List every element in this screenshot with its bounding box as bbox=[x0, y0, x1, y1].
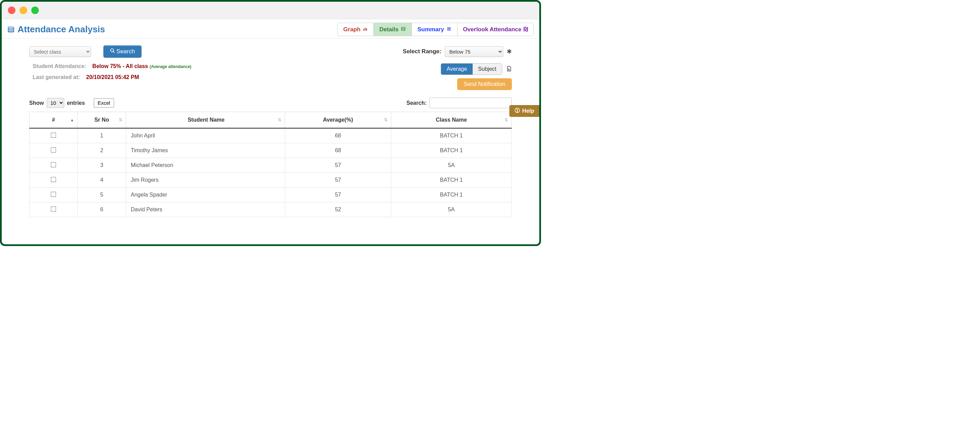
attendance-table: # Sr No Student Name Average(%) Class Na… bbox=[29, 112, 512, 217]
cell-name: Angela Spader bbox=[126, 188, 285, 202]
col-header-class[interactable]: Class Name bbox=[391, 112, 511, 129]
send-notification-button[interactable]: Send Notification bbox=[457, 78, 512, 90]
cell-sr: 2 bbox=[78, 143, 126, 158]
cell-avg: 57 bbox=[285, 158, 391, 173]
svg-rect-7 bbox=[402, 27, 405, 30]
excel-icon bbox=[506, 68, 512, 73]
tab-details[interactable]: Details bbox=[373, 23, 412, 36]
cell-class: 5A bbox=[391, 202, 511, 217]
view-tabs: Graph Details Summary bbox=[337, 23, 534, 36]
cell-name: Michael Peterson bbox=[126, 158, 285, 173]
row-checkbox[interactable] bbox=[51, 133, 56, 138]
cell-sr: 5 bbox=[78, 188, 126, 202]
table-row: 6David Peters525A bbox=[30, 202, 512, 217]
search-button-label: Search bbox=[116, 48, 135, 55]
export-excel-button[interactable] bbox=[506, 65, 512, 73]
window-close-icon[interactable] bbox=[8, 6, 16, 14]
cell-class: BATCH 1 bbox=[391, 143, 511, 158]
shekel-icon: ₪ bbox=[523, 26, 528, 33]
row-checkbox[interactable] bbox=[51, 162, 56, 168]
attendance-label: Student Attendance: bbox=[33, 63, 86, 69]
menu-icon bbox=[446, 26, 452, 33]
tab-graph-label: Graph bbox=[343, 26, 360, 33]
generated-label: Last generated at: bbox=[33, 74, 80, 80]
tab-details-label: Details bbox=[379, 26, 398, 33]
range-label: Select Range: bbox=[403, 48, 441, 55]
table-row: 1John April68BATCH 1 bbox=[30, 128, 512, 143]
window-minimize-icon[interactable] bbox=[19, 6, 27, 14]
select-range-dropdown[interactable]: Below 75 bbox=[445, 46, 503, 57]
svg-rect-6 bbox=[366, 28, 367, 30]
cell-avg: 68 bbox=[285, 143, 391, 158]
cell-avg: 52 bbox=[285, 202, 391, 217]
cell-name: Jim Rogers bbox=[126, 173, 285, 188]
tab-overlook-label: Overlook Attendance bbox=[463, 26, 522, 33]
entries-select[interactable]: 10 bbox=[47, 98, 64, 108]
col-header-hash[interactable]: # bbox=[30, 112, 78, 129]
tab-graph[interactable]: Graph bbox=[338, 23, 373, 36]
svg-point-13 bbox=[111, 49, 114, 52]
gear-icon: ✱ bbox=[507, 48, 512, 55]
svg-rect-5 bbox=[365, 27, 366, 30]
cell-sr: 4 bbox=[78, 173, 126, 188]
settings-button[interactable]: ✱ bbox=[507, 48, 512, 55]
cell-avg: 57 bbox=[285, 173, 391, 188]
generated-value: 20/10/2021 05:42 PM bbox=[86, 74, 139, 80]
attendance-value: Below 75% - All class bbox=[92, 63, 148, 69]
table-row: 3Michael Peterson575A bbox=[30, 158, 512, 173]
table-search-label: Search: bbox=[406, 100, 426, 106]
table-search-input[interactable] bbox=[430, 97, 512, 108]
row-checkbox[interactable] bbox=[51, 147, 56, 153]
attendance-subnote: (Average attendance) bbox=[150, 64, 191, 69]
page-title: Attendance Analysis bbox=[7, 24, 105, 35]
help-icon bbox=[515, 108, 520, 115]
svg-line-14 bbox=[113, 51, 115, 53]
cell-sr: 3 bbox=[78, 158, 126, 173]
bar-chart-icon bbox=[363, 26, 368, 33]
row-checkbox[interactable] bbox=[51, 207, 56, 212]
entries-label: entries bbox=[67, 100, 85, 106]
cell-sr: 6 bbox=[78, 202, 126, 217]
col-header-name[interactable]: Student Name bbox=[126, 112, 285, 129]
col-header-sr[interactable]: Sr No bbox=[78, 112, 126, 129]
row-checkbox[interactable] bbox=[51, 177, 56, 182]
tab-summary[interactable]: Summary bbox=[412, 23, 457, 36]
cell-sr: 1 bbox=[78, 128, 126, 143]
table-row: 2Timothy James68BATCH 1 bbox=[30, 143, 512, 158]
window-titlebar bbox=[2, 2, 539, 19]
cell-class: BATCH 1 bbox=[391, 188, 511, 202]
toggle-average[interactable]: Average bbox=[441, 64, 473, 75]
table-row: 4Jim Rogers57BATCH 1 bbox=[30, 173, 512, 188]
search-icon bbox=[110, 48, 115, 55]
help-label: Help bbox=[522, 108, 534, 114]
cell-class: 5A bbox=[391, 158, 511, 173]
cell-class: BATCH 1 bbox=[391, 128, 511, 143]
cell-name: David Peters bbox=[126, 202, 285, 217]
show-label: Show bbox=[29, 100, 44, 106]
tab-summary-label: Summary bbox=[417, 26, 444, 33]
select-class-dropdown[interactable]: Select class bbox=[29, 46, 91, 57]
page-title-text: Attendance Analysis bbox=[18, 24, 105, 35]
cell-avg: 57 bbox=[285, 188, 391, 202]
help-button[interactable]: Help bbox=[509, 105, 539, 117]
search-button[interactable]: Search bbox=[103, 45, 142, 58]
excel-button[interactable]: Excel bbox=[94, 98, 114, 108]
cell-name: John April bbox=[126, 128, 285, 143]
cell-name: Timothy James bbox=[126, 143, 285, 158]
table-row: 5Angela Spader57BATCH 1 bbox=[30, 188, 512, 202]
window-zoom-icon[interactable] bbox=[31, 6, 39, 14]
col-header-avg[interactable]: Average(%) bbox=[285, 112, 391, 129]
cell-class: BATCH 1 bbox=[391, 173, 511, 188]
svg-rect-4 bbox=[363, 29, 364, 30]
table-icon bbox=[401, 26, 406, 33]
cell-avg: 68 bbox=[285, 128, 391, 143]
toggle-subject[interactable]: Subject bbox=[473, 64, 502, 75]
avg-subject-toggle: Average Subject bbox=[441, 63, 502, 75]
list-icon bbox=[7, 26, 15, 33]
tab-overlook[interactable]: Overlook Attendance ₪ bbox=[457, 23, 533, 36]
row-checkbox[interactable] bbox=[51, 192, 56, 197]
